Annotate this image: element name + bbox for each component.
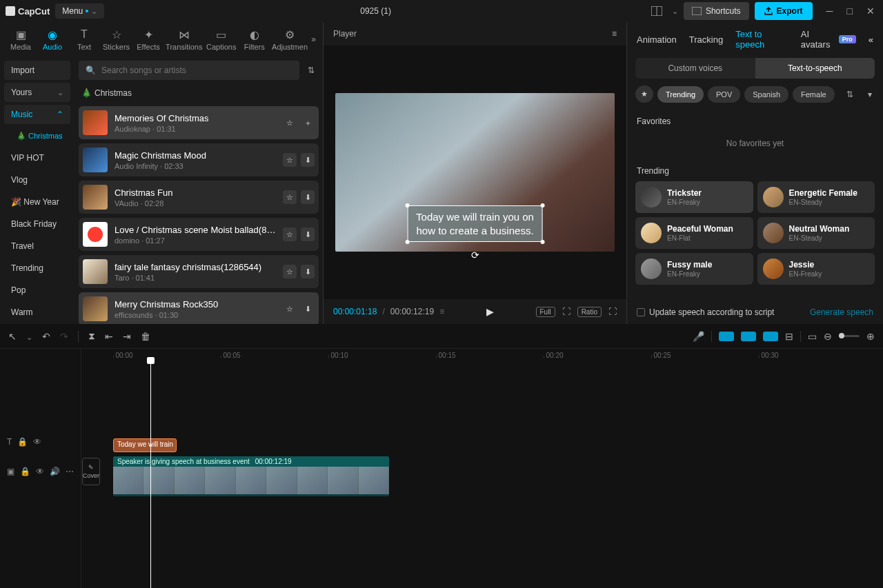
voice-card[interactable]: Energetic FemaleEN-Steady [757, 181, 875, 213]
voice-card[interactable]: JessieEN-Freaky [757, 253, 875, 285]
favorite-button[interactable]: ☆ [283, 190, 297, 204]
download-button[interactable]: ⬇ [301, 302, 315, 316]
caption-overlay[interactable]: Today we will train you on how to create… [407, 205, 543, 242]
tabs-more-button[interactable]: » [311, 34, 316, 44]
voice-card[interactable]: TricksterEN-Freaky [635, 181, 753, 213]
visibility-icon[interactable]: 👁 [33, 437, 41, 447]
song-item[interactable]: Memories Of Christmas Audioknap · 01:31 … [79, 106, 319, 139]
search-box[interactable]: 🔍 [79, 61, 299, 80]
collapse-icon[interactable]: « [869, 34, 873, 45]
voice-card[interactable]: Fussy maleEN-Freaky [635, 253, 753, 285]
mute-icon[interactable]: 🔊 [50, 467, 60, 476]
menu-button[interactable]: Menu [55, 3, 104, 19]
trim-right-tool[interactable]: ⇥ [123, 331, 131, 342]
tab-effects[interactable]: ✦Effects [135, 26, 162, 52]
minimize-button[interactable]: ─ [824, 6, 836, 17]
sidebar-christmas[interactable]: 🎄 Christmas [4, 127, 70, 145]
player-menu-icon[interactable]: ≡ [612, 29, 617, 39]
layout-button[interactable] [647, 3, 666, 19]
playhead[interactable] [150, 363, 151, 588]
sidebar-pop[interactable]: Pop [4, 281, 70, 300]
scale-icon[interactable]: ⛶ [562, 307, 571, 316]
filter-button[interactable]: ⇅ [304, 61, 319, 79]
tab-adjustment[interactable]: ⚙Adjustmen [272, 26, 308, 52]
redo-button[interactable]: ↷ [60, 331, 68, 342]
chip-female[interactable]: Female [793, 86, 835, 103]
tab-transitions[interactable]: ⋈Transitions [166, 26, 202, 52]
sidebar-travel[interactable]: Travel [4, 236, 70, 256]
align-button[interactable]: ⊟ [785, 331, 793, 342]
favorite-button[interactable]: ☆ [283, 227, 297, 241]
song-item[interactable]: fairy tale fantasy christmas(1286544)Tar… [79, 255, 319, 288]
zoom-out-button[interactable]: ⊖ [824, 331, 832, 342]
sidebar-newyear[interactable]: 🎉 New Year [4, 192, 70, 212]
more-icon[interactable]: ⋯ [66, 467, 74, 476]
timeline-tracks[interactable]: 00:00 00:05 00:10 00:15 00:20 00:25 00:3… [81, 349, 883, 588]
sidebar-viphot[interactable]: VIP HOT [4, 148, 70, 168]
resize-handle-icon[interactable] [541, 203, 545, 207]
lock-icon[interactable]: 🔒 [20, 467, 30, 476]
tab-tts[interactable]: Text to speech [735, 29, 788, 50]
song-item[interactable]: Christmas FunVAudio · 02:28 ☆⬇ [79, 181, 319, 214]
sidebar-trending[interactable]: Trending [4, 258, 70, 278]
export-button[interactable]: Export [755, 2, 813, 20]
visibility-icon[interactable]: 👁 [36, 467, 44, 476]
select-tool[interactable]: ↖ [8, 331, 17, 342]
maximize-button[interactable]: □ [844, 6, 855, 17]
tab-captions[interactable]: ▭Captions [206, 26, 237, 52]
favorite-button[interactable]: ☆ [283, 302, 297, 316]
zoom-slider[interactable] [839, 335, 860, 337]
seg-custom[interactable]: Custom voices [635, 58, 755, 79]
magnet-button[interactable] [741, 332, 756, 341]
refresh-icon[interactable]: ⟳ [471, 250, 479, 261]
favorite-button[interactable]: ☆ [283, 265, 297, 278]
tool-dropdown[interactable] [26, 331, 32, 342]
sidebar-import[interactable]: Import [4, 61, 70, 80]
play-button[interactable]: ▶ [486, 306, 494, 317]
timeline-ruler[interactable]: 00:00 00:05 00:10 00:15 00:20 00:25 00:3… [81, 349, 883, 363]
mic-button[interactable]: 🎤 [693, 331, 704, 342]
tab-tracking[interactable]: Tracking [689, 34, 723, 45]
chip-filter-button[interactable]: ⇅ [844, 87, 856, 102]
generate-speech-button[interactable]: Generate speech [810, 307, 873, 317]
resize-handle-icon[interactable] [405, 240, 409, 244]
split-tool[interactable]: ⧗ [88, 330, 95, 342]
favorite-button[interactable]: ☆ [283, 116, 297, 130]
voice-card[interactable]: Neutral WomanEN-Steady [757, 217, 875, 249]
undo-button[interactable]: ↶ [42, 331, 50, 342]
sidebar-warm[interactable]: Warm [4, 303, 70, 322]
download-button[interactable]: ⬇ [301, 190, 315, 204]
link-button[interactable] [763, 332, 778, 341]
update-check[interactable]: Update speech according to script [637, 307, 774, 317]
sidebar-vlog[interactable]: Vlog [4, 170, 70, 190]
voice-card[interactable]: Peaceful WomanEN-Flat [635, 217, 753, 249]
sidebar-yours[interactable]: Yours [4, 83, 70, 102]
preview-button[interactable]: ▭ [808, 331, 817, 342]
tab-media[interactable]: ▣Media [7, 26, 34, 52]
chevron-down-icon[interactable] [672, 6, 678, 16]
chip-favorite[interactable]: ★ [635, 85, 653, 103]
ratio-button[interactable]: Ratio [577, 307, 602, 317]
snap-button[interactable] [719, 332, 734, 341]
list-icon[interactable]: ≡ [439, 307, 444, 316]
tab-avatars[interactable]: AI avatarsPro [801, 29, 856, 50]
chip-more-button[interactable]: ▾ [865, 87, 875, 102]
tab-stickers[interactable]: ☆Stickers [102, 26, 130, 52]
text-clip[interactable]: Today we will train [113, 438, 177, 452]
close-button[interactable]: ✕ [864, 6, 877, 17]
download-button[interactable]: ⬇ [301, 265, 315, 278]
download-button[interactable]: ⬇ [301, 153, 315, 167]
delete-tool[interactable]: 🗑 [141, 331, 150, 342]
favorite-button[interactable]: ☆ [283, 153, 297, 167]
download-button[interactable]: ⬇ [301, 227, 315, 241]
sidebar-music[interactable]: Music⌃ [4, 105, 70, 124]
tab-audio[interactable]: ◉Audio [39, 26, 66, 52]
video-clip[interactable]: Speaker is giving speech at business eve… [113, 456, 389, 496]
tab-text[interactable]: TText [70, 26, 98, 52]
song-item[interactable]: Love / Christmas scene Moist ballad(8955… [79, 218, 319, 251]
track-area[interactable]: Today we will train Speaker is giving sp… [81, 363, 883, 588]
sidebar-blackfriday[interactable]: Black Friday [4, 214, 70, 234]
tab-animation[interactable]: Animation [637, 34, 677, 45]
lock-icon[interactable]: 🔒 [17, 437, 28, 447]
song-item[interactable]: Magic Christmas Mood Audio Infinity · 02… [79, 143, 319, 176]
